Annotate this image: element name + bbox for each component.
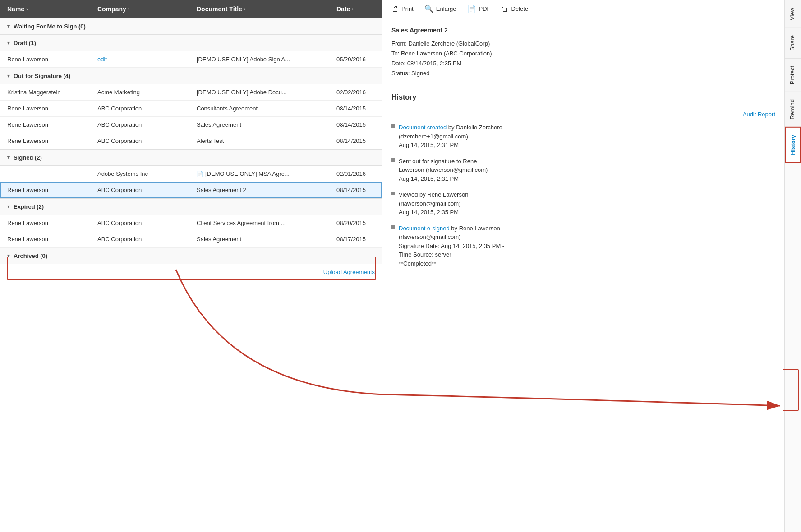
history-item: Document created by Danielle Zerchere(dz… xyxy=(391,123,775,150)
row-date: 08/14/2015 xyxy=(336,187,382,193)
side-tabs-panel: View Share Protect Remind History xyxy=(785,0,801,532)
enlarge-icon: 🔍 xyxy=(424,5,433,13)
row-company: ABC Corporation xyxy=(97,105,197,112)
table-row[interactable]: Rene Lawerson ABC Corporation Sales Agre… xyxy=(0,231,382,248)
name-sort-icon: › xyxy=(26,7,28,12)
table-header: Name › Company › Document Title › Date › xyxy=(0,0,382,18)
row-name: Rene Lawerson xyxy=(7,220,97,226)
doc-from-row: From: Danielle Zerchere (GlobalCorp) xyxy=(391,39,775,49)
row-date: 02/01/2016 xyxy=(336,170,382,177)
row-name: Rene Lawerson xyxy=(7,105,97,112)
remind-tab[interactable]: Remind xyxy=(785,92,801,127)
row-document-title: Sales Agreement 2 xyxy=(197,187,336,193)
history-item-text: Sent out for signature to ReneLawerson (… xyxy=(399,157,488,183)
document-detail-panel: 🖨 Print 🔍 Enlarge 📄 PDF 🗑 Delete xyxy=(382,0,785,532)
delete-icon: 🗑 xyxy=(502,5,509,13)
table-row[interactable]: Kristina Maggerstein Acme Marketing [DEM… xyxy=(0,84,382,101)
right-panel: 🖨 Print 🔍 Enlarge 📄 PDF 🗑 Delete xyxy=(382,0,801,532)
document-icon: 📄 xyxy=(197,171,203,177)
history-divider xyxy=(391,105,775,105)
pdf-icon: 📄 xyxy=(467,5,476,13)
signed-chevron-icon: ▾ xyxy=(7,155,10,161)
row-document-title: Alerts Test xyxy=(197,138,336,144)
table-row[interactable]: Rene Lawerson edit [DEMO USE ONLY] Adobe… xyxy=(0,51,382,68)
section-archived-header[interactable]: ▾ Archived (0) xyxy=(0,248,382,264)
doc-from-value: Danielle Zerchere (GlobalCorp) xyxy=(409,40,490,47)
pdf-button[interactable]: 📄 PDF xyxy=(467,5,491,13)
history-item: Document e-signed by Rene Lawerson(rlawe… xyxy=(391,224,775,268)
history-bullet-icon xyxy=(391,192,395,195)
history-section: History Audit Report Document created by… xyxy=(382,86,784,282)
document-esigned-link[interactable]: Document e-signed xyxy=(399,225,450,232)
document-title-column-header[interactable]: Document Title › xyxy=(197,5,336,13)
section-expired-header[interactable]: ▾ Expired (2) xyxy=(0,198,382,215)
doc-status-value: Signed xyxy=(411,70,429,77)
document-toolbar: 🖨 Print 🔍 Enlarge 📄 PDF 🗑 Delete xyxy=(382,0,784,18)
row-date: 08/14/2015 xyxy=(336,105,382,112)
table-row[interactable]: Rene Lawerson ABC Corporation Sales Agre… xyxy=(0,117,382,133)
row-company: Acme Marketing xyxy=(97,89,197,96)
doc-date-row: Date: 08/14/2015, 2:35 PM xyxy=(391,59,775,69)
row-date: 08/14/2015 xyxy=(336,121,382,128)
doc-to-value: Rene Lawerson (ABC Corporation) xyxy=(401,50,492,57)
row-name: Rene Lawerson xyxy=(7,236,97,243)
row-document-title: 📄[DEMO USE ONLY] MSA Agre... xyxy=(197,170,336,177)
upload-agreements-link[interactable]: Upload Agreements xyxy=(323,269,375,275)
history-tab[interactable]: History xyxy=(785,127,801,163)
document-created-link[interactable]: Document created xyxy=(399,124,447,131)
audit-report-link[interactable]: Audit Report xyxy=(743,111,775,118)
table-row[interactable]: Adobe Systems Inc 📄[DEMO USE ONLY] MSA A… xyxy=(0,166,382,182)
table-row[interactable]: Rene Lawerson ABC Corporation Consultant… xyxy=(0,101,382,117)
audit-report-container: Audit Report xyxy=(391,111,775,118)
row-company: ABC Corporation xyxy=(97,236,197,243)
history-title: History xyxy=(391,93,775,101)
row-name: Rene Lawerson xyxy=(7,56,97,63)
history-item-text: Viewed by Rene Lawerson(rlawerson@gmail.… xyxy=(399,190,468,217)
company-column-header[interactable]: Company › xyxy=(97,5,197,13)
view-tab[interactable]: View xyxy=(785,0,801,28)
row-document-title: Consultants Agreement xyxy=(197,105,336,112)
doc-status-row: Status: Signed xyxy=(391,69,775,78)
enlarge-button[interactable]: 🔍 Enlarge xyxy=(424,5,456,13)
section-waiting-header[interactable]: ▾ Waiting For Me to Sign (0) xyxy=(0,18,382,35)
row-document-title: [DEMO USE ONLY] Adobe Docu... xyxy=(197,89,336,96)
row-date: 02/02/2016 xyxy=(336,89,382,96)
waiting-chevron-icon: ▾ xyxy=(7,23,10,29)
out-for-sig-chevron-icon: ▾ xyxy=(7,73,10,79)
upload-agreements-container: Upload Agreements xyxy=(0,264,382,280)
print-button[interactable]: 🖨 Print xyxy=(391,5,414,13)
table-row[interactable]: Rene Lawerson ABC Corporation Alerts Tes… xyxy=(0,133,382,149)
history-bullet-icon xyxy=(391,158,395,162)
section-signed-header[interactable]: ▾ Signed (2) xyxy=(0,149,382,166)
table-row[interactable]: Rene Lawerson ABC Corporation Client Ser… xyxy=(0,215,382,231)
delete-button[interactable]: 🗑 Delete xyxy=(502,5,529,13)
row-name: Rene Lawerson xyxy=(7,187,97,193)
doc-date-value: 08/14/2015, 2:35 PM xyxy=(407,60,462,67)
draft-chevron-icon: ▾ xyxy=(7,40,10,46)
section-out-for-signature-header[interactable]: ▾ Out for Signature (4) xyxy=(0,68,382,84)
row-date: 08/17/2015 xyxy=(336,236,382,243)
print-icon: 🖨 xyxy=(391,5,399,13)
document-title: Sales Agreement 2 xyxy=(391,25,775,36)
row-company-edit-link[interactable]: edit xyxy=(97,56,197,63)
row-name: Kristina Maggerstein xyxy=(7,89,97,96)
row-document-title: Sales Agreement xyxy=(197,236,336,243)
row-document-title: Sales Agreement xyxy=(197,121,336,128)
document-info: Sales Agreement 2 From: Danielle Zercher… xyxy=(382,18,784,86)
name-column-header[interactable]: Name › xyxy=(7,5,97,13)
row-date: 05/20/2016 xyxy=(336,56,382,63)
history-bullet-icon xyxy=(391,124,395,128)
selected-table-row[interactable]: Rene Lawerson ABC Corporation Sales Agre… xyxy=(0,182,382,198)
section-draft-header[interactable]: ▾ Draft (1) xyxy=(0,35,382,51)
document-title-sort-icon: › xyxy=(244,7,245,12)
row-company: Adobe Systems Inc xyxy=(97,170,197,177)
date-column-header[interactable]: Date › xyxy=(336,5,382,13)
share-tab[interactable]: Share xyxy=(785,28,801,58)
row-date: 08/20/2015 xyxy=(336,220,382,226)
history-item: Sent out for signature to ReneLawerson (… xyxy=(391,157,775,183)
date-sort-icon: › xyxy=(352,7,353,12)
expired-chevron-icon: ▾ xyxy=(7,204,10,210)
history-item-text: Document created by Danielle Zerchere(dz… xyxy=(399,123,502,150)
protect-tab[interactable]: Protect xyxy=(785,58,801,92)
company-sort-icon: › xyxy=(128,7,129,12)
